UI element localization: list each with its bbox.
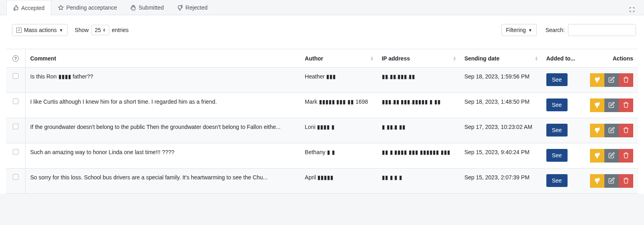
table-row: I like Curtis although I knew him for a … xyxy=(6,93,638,118)
reject-button[interactable] xyxy=(590,98,604,112)
cell-date: Sep 17, 2023, 10:23:02 AM xyxy=(459,118,542,143)
cell-ip: ▮▮.▮▮.▮▮▮.▮▮ xyxy=(377,68,459,93)
cell-author: Mark ▮▮▮▮▮ ▮▮▮ ▮▮ 1698 xyxy=(300,93,377,118)
edit-icon xyxy=(608,152,615,160)
see-button[interactable]: See xyxy=(546,124,568,137)
sort-icon: ▲▼ xyxy=(370,56,374,61)
see-button[interactable]: See xyxy=(546,174,568,187)
cell-date: Sep 15, 2023, 2:07:39 PM xyxy=(459,169,542,194)
expand-icon[interactable] xyxy=(629,6,635,13)
delete-button[interactable] xyxy=(619,98,633,112)
edit-button[interactable] xyxy=(604,174,619,188)
cell-actions xyxy=(582,118,638,143)
mass-actions-button[interactable]: ✓ Mass actions ▼ xyxy=(12,24,68,36)
edit-button[interactable] xyxy=(604,124,619,137)
reject-button[interactable] xyxy=(590,73,604,87)
trash-icon xyxy=(623,177,629,185)
tab-label: Pending acceptance xyxy=(66,4,117,11)
thumbs-down-icon xyxy=(594,102,600,109)
cell-comment: If the groundwater doesn't belong to the… xyxy=(25,118,300,143)
tab-pending[interactable]: Pending acceptance xyxy=(51,0,124,15)
thumbs-down-icon xyxy=(177,5,183,10)
cell-comment: I like Curtis although I knew him for a … xyxy=(25,93,300,118)
cell-ip: ▮▮▮.▮▮ ▮▮▮.▮▮▮▮▮ ▮ ▮▮ xyxy=(377,93,459,118)
cell-actions xyxy=(582,68,638,93)
cell-ip: ▮▮ ▮ ▮ ▮ xyxy=(377,169,459,194)
mass-actions-label: Mass actions xyxy=(24,27,57,33)
trash-icon xyxy=(623,76,629,84)
row-checkbox[interactable] xyxy=(13,124,18,129)
entries-label: entries xyxy=(112,27,128,33)
row-checkbox[interactable] xyxy=(13,98,18,104)
thumbs-down-icon xyxy=(594,127,600,135)
tab-submitted[interactable]: Submitted xyxy=(124,0,171,15)
entries-select[interactable]: 25 ▲▼ xyxy=(91,25,110,35)
see-button[interactable]: See xyxy=(546,73,568,86)
edit-icon xyxy=(608,102,615,109)
reject-button[interactable] xyxy=(590,174,604,188)
caret-down-icon: ▼ xyxy=(528,28,532,32)
edit-button[interactable] xyxy=(604,98,619,112)
row-checkbox[interactable] xyxy=(13,174,18,180)
help-icon[interactable]: ? xyxy=(12,55,19,62)
filtering-label: Filtering xyxy=(506,27,526,33)
reject-button[interactable] xyxy=(590,149,604,163)
col-help: ? xyxy=(6,49,25,68)
filtering-button[interactable]: Filtering ▼ xyxy=(502,24,537,36)
delete-button[interactable] xyxy=(619,149,633,163)
cell-added-to: See xyxy=(542,118,582,143)
thumbs-down-icon xyxy=(594,76,600,84)
delete-button[interactable] xyxy=(619,73,633,87)
trash-icon xyxy=(623,102,629,109)
toolbar: ✓ Mass actions ▼ Show 25 ▲▼ entries Filt… xyxy=(0,15,644,42)
col-author[interactable]: Author ▲▼ xyxy=(300,49,377,68)
cell-added-to: See xyxy=(542,169,582,194)
cell-ip: ▮▮ ▮ ▮▮▮▮ ▮▮▮ ▮▮▮▮▮▮ ▮▮▮ xyxy=(377,143,459,169)
cell-actions xyxy=(582,143,638,169)
tab-rejected[interactable]: Rejected xyxy=(171,0,214,15)
search-input[interactable] xyxy=(568,24,636,36)
row-checkbox[interactable] xyxy=(13,73,18,79)
cell-added-to: See xyxy=(542,143,582,169)
delete-button[interactable] xyxy=(619,174,633,188)
col-added-to: Added to... xyxy=(542,49,582,68)
table-row: Such an amazing way to honor Linda one l… xyxy=(6,143,638,169)
col-actions: Actions xyxy=(582,49,638,68)
edit-icon xyxy=(608,177,615,185)
tab-accepted[interactable]: Accepted xyxy=(6,0,51,15)
row-checkbox[interactable] xyxy=(13,149,18,155)
cell-added-to: See xyxy=(542,68,582,93)
checkbox-icon: ✓ xyxy=(16,28,22,33)
cell-comment: So sorry for this loss. School bus drive… xyxy=(25,169,300,194)
cell-author: Heather ▮▮▮ xyxy=(300,68,377,93)
search-label: Search: xyxy=(546,27,565,33)
edit-button[interactable] xyxy=(604,73,619,87)
cell-date: Sep 18, 2023, 1:59:56 PM xyxy=(459,68,542,93)
tab-label: Submitted xyxy=(138,4,164,11)
reject-button[interactable] xyxy=(590,124,604,137)
table-row: If the groundwater doesn't belong to the… xyxy=(6,118,638,143)
panel: ✓ Mass actions ▼ Show 25 ▲▼ entries Filt… xyxy=(0,15,644,194)
cell-comment: Is this Ron ▮▮▮▮ father?? xyxy=(25,68,300,93)
stepper-icon: ▲▼ xyxy=(102,28,106,32)
see-button[interactable]: See xyxy=(546,98,568,111)
trash-icon xyxy=(623,152,629,160)
caret-down-icon: ▼ xyxy=(59,28,63,32)
thumbs-up-icon xyxy=(13,5,19,11)
delete-button[interactable] xyxy=(619,124,633,137)
edit-icon xyxy=(608,76,615,84)
col-ip[interactable]: IP address ▲▼ xyxy=(377,49,459,68)
edit-button[interactable] xyxy=(604,149,619,163)
cell-author: Bethany ▮ ▮ xyxy=(300,143,377,169)
see-button[interactable]: See xyxy=(546,149,568,162)
entries-value: 25 xyxy=(95,27,101,33)
cell-added-to: See xyxy=(542,93,582,118)
cell-author: Loni ▮▮▮▮ ▮ xyxy=(300,118,377,143)
comments-table: ? Comment Author ▲▼ IP address ▲▼ Sendin… xyxy=(6,49,638,194)
edit-icon xyxy=(608,127,615,135)
sort-icon: ▲▼ xyxy=(453,56,456,61)
trash-icon xyxy=(623,127,629,135)
cell-comment: Such an amazing way to honor Linda one l… xyxy=(25,143,300,169)
col-sending-date[interactable]: Sending date ▲▼ xyxy=(459,49,542,68)
svg-marker-0 xyxy=(59,5,64,10)
